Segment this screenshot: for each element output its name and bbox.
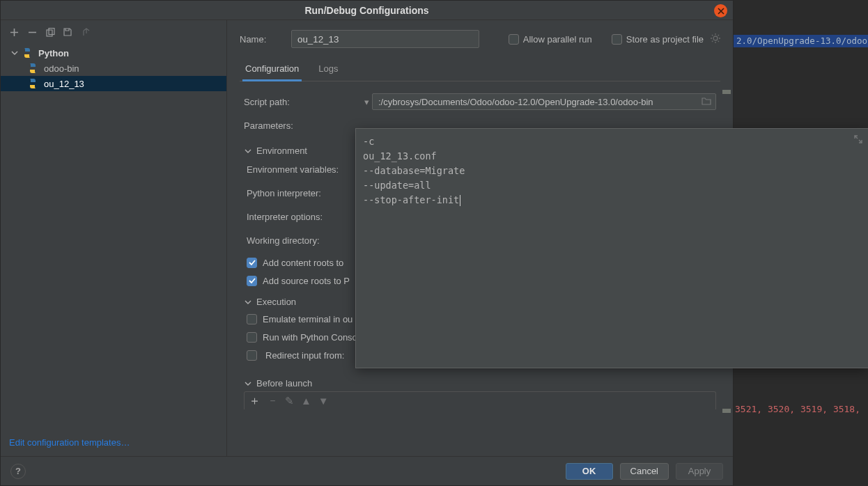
- save-config-button[interactable]: [62, 26, 75, 38]
- expand-icon[interactable]: [854, 133, 862, 148]
- param-line: -c: [363, 134, 861, 149]
- move-up-button[interactable]: ▲: [301, 395, 311, 407]
- edit-task-button[interactable]: ✎: [285, 395, 294, 407]
- sidebar-toolbar: [1, 23, 226, 42]
- tab-configuration[interactable]: Configuration: [244, 61, 300, 81]
- config-tabs: Configuration Logs: [240, 61, 720, 81]
- python-icon: [22, 48, 33, 58]
- store-as-project-file-checkbox[interactable]: Store as project file: [612, 33, 720, 45]
- script-path-label: Script path:: [244, 97, 361, 107]
- svg-point-2: [713, 36, 718, 40]
- add-task-button[interactable]: ＋: [249, 393, 261, 409]
- help-button[interactable]: ?: [10, 464, 26, 479]
- python-file-icon: [27, 79, 38, 88]
- folder-icon[interactable]: [702, 97, 711, 107]
- name-label: Name:: [240, 34, 281, 45]
- param-line: ou_12_13.conf: [363, 149, 861, 164]
- ok-button[interactable]: OK: [566, 463, 613, 480]
- svg-rect-0: [47, 30, 52, 36]
- tab-logs[interactable]: Logs: [317, 61, 339, 81]
- dialog-title: Run/Debug Configurations: [304, 5, 428, 16]
- chevron-down-icon: [244, 147, 252, 155]
- param-line: --database=Migrate: [363, 164, 861, 178]
- checkbox-checked-icon: [247, 258, 257, 268]
- move-down-button[interactable]: ▼: [318, 395, 329, 407]
- python-file-icon: [27, 63, 38, 73]
- cancel-button[interactable]: Cancel: [620, 463, 669, 480]
- copy-config-button[interactable]: [44, 26, 56, 38]
- chevron-down-icon: [244, 298, 252, 306]
- gear-icon[interactable]: [711, 33, 720, 45]
- chevron-down-icon: [10, 49, 19, 57]
- editor-code-line: 3521, 3520, 3519, 3518,: [735, 404, 868, 414]
- before-launch-toolbar: ＋ － ✎ ▲ ▼: [244, 391, 716, 409]
- config-sidebar: Python odoo-bin: [1, 20, 227, 456]
- parameters-label: Parameters:: [244, 120, 361, 131]
- parameters-textarea-expanded[interactable]: -c ou_12_13.conf --database=Migrate --up…: [355, 128, 868, 368]
- apply-button[interactable]: Apply: [676, 463, 723, 480]
- chevron-down-icon[interactable]: ▾: [361, 97, 372, 107]
- close-button[interactable]: [714, 4, 727, 17]
- section-before-launch[interactable]: Before launch: [244, 371, 716, 391]
- config-tree: Python odoo-bin: [1, 42, 226, 432]
- remove-config-button[interactable]: [26, 26, 38, 38]
- env-vars-label: Environment variables:: [247, 164, 364, 175]
- dialog-button-bar: ? OK Cancel Apply: [1, 456, 733, 485]
- script-path-input[interactable]: :/cybrosys/Documents/Odoo/odoo-12.0/Open…: [372, 93, 716, 110]
- move-folder-button[interactable]: [80, 26, 93, 38]
- close-icon: [718, 8, 724, 15]
- chevron-down-icon: [244, 379, 252, 388]
- config-name-input[interactable]: [291, 30, 479, 48]
- svg-rect-1: [49, 28, 54, 34]
- titlebar: Run/Debug Configurations: [1, 1, 733, 20]
- param-line: --update=all: [363, 178, 861, 193]
- tree-category-python[interactable]: Python: [1, 45, 226, 61]
- working-directory-label: Working directory:: [247, 235, 364, 246]
- remove-task-button[interactable]: －: [268, 394, 278, 407]
- allow-parallel-run-checkbox[interactable]: Allow parallel run: [509, 34, 592, 45]
- tree-item-odoo-bin[interactable]: odoo-bin: [1, 61, 226, 76]
- edit-templates-link[interactable]: Edit configuration templates…: [9, 437, 130, 448]
- editor-selected-line: 2.0/OpenUpgrade-13.0/odoo: [734, 35, 868, 47]
- add-config-button[interactable]: [8, 26, 20, 38]
- param-line: --stop-after-init: [363, 193, 861, 207]
- tree-item-ou-12-13[interactable]: ou_12_13: [1, 76, 226, 91]
- checkbox-checked-icon: [247, 276, 257, 286]
- interpreter-options-label: Interpreter options:: [247, 212, 364, 222]
- text-cursor: [460, 195, 460, 206]
- python-interpreter-label: Python interpreter:: [247, 188, 364, 198]
